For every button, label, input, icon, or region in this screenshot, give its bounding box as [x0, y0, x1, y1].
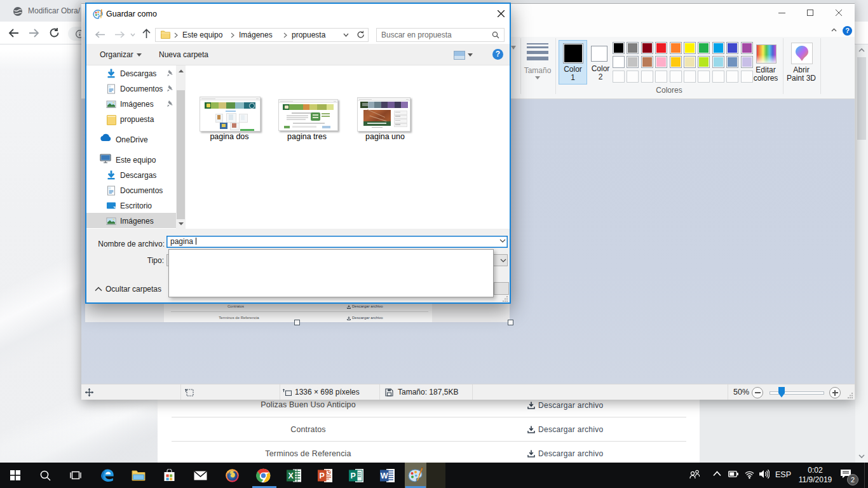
svg-text:P: P	[320, 471, 325, 480]
svg-text:P: P	[351, 471, 356, 480]
svg-text:W: W	[381, 471, 388, 480]
svg-text:X: X	[288, 471, 294, 480]
